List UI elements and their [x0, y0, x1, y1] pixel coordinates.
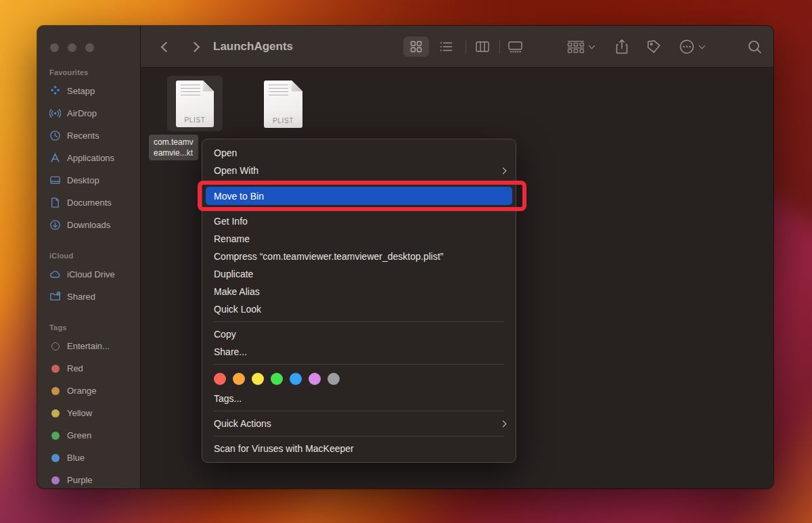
menu-item-scan-for-viruses[interactable]: Scan for Viruses with MacKeeper [202, 440, 516, 457]
sidebar-item-icloud-drive[interactable]: iCloud Drive [43, 263, 135, 286]
sidebar-item-label: Purple [67, 475, 93, 485]
plist-type-badge: PLIST [264, 117, 302, 124]
sidebar-item-recents[interactable]: Recents [43, 124, 135, 147]
sidebar-item-tag-yellow[interactable]: Yellow [43, 402, 135, 424]
toolbar-divider [499, 40, 500, 53]
menu-separator [214, 364, 504, 365]
file-preview-lines [181, 85, 200, 97]
forward-button[interactable] [191, 26, 198, 68]
sidebar-item-label: Shared [67, 292, 95, 302]
sidebar-item-applications[interactable]: Applications [43, 147, 135, 169]
grid-view-button[interactable] [403, 37, 429, 57]
sidebar-item-label: Desktop [67, 175, 99, 185]
file-name-line1: com.teamv [154, 137, 194, 147]
toolbar-divider [466, 40, 466, 53]
sidebar-item-desktop[interactable]: Desktop [43, 169, 135, 191]
sidebar-item-setapp[interactable]: Setapp [43, 80, 135, 102]
airdrop-icon [49, 108, 61, 119]
sidebar-item-label: Applications [67, 153, 114, 163]
tag-circle-icon [49, 452, 61, 463]
clock-icon [49, 130, 61, 141]
sidebar-item-tag-purple[interactable]: Purple [43, 469, 135, 488]
tag-color-row [202, 368, 516, 390]
gallery-view-icon [508, 41, 522, 53]
tag-button[interactable] [646, 26, 662, 68]
file-icon[interactable]: PLIST [264, 81, 302, 128]
sidebar-item-label: Setapp [67, 86, 95, 96]
tag-gray-dot[interactable] [328, 373, 340, 385]
toolbar: LaunchAgents [141, 26, 773, 68]
sidebar-section-favourites: Favourites [43, 65, 135, 80]
tag-circle-icon [49, 474, 61, 486]
sidebar-item-label: AirDrop [67, 108, 97, 118]
sidebar-item-tag-blue[interactable]: Blue [43, 447, 135, 469]
page-fold [292, 81, 302, 91]
menu-separator [214, 183, 504, 183]
gallery-view-button[interactable] [502, 37, 528, 57]
menu-item-quick-actions[interactable]: Quick Actions [202, 415, 516, 432]
tag-blue-dot[interactable] [290, 373, 302, 385]
zoom-window-button[interactable] [85, 43, 94, 52]
submenu-chevron-icon [500, 167, 507, 174]
tag-circle-outline-icon [49, 340, 61, 352]
file-icon-selected[interactable]: PLIST [167, 76, 223, 131]
sidebar-item-label: Documents [67, 198, 112, 208]
sidebar-item-tag-orange[interactable]: Orange [43, 380, 135, 402]
sidebar-item-label: Green [67, 430, 91, 440]
menu-separator [214, 436, 504, 436]
traffic-lights [50, 43, 94, 52]
desktop: Favourites Setapp AirDrop Recents [0, 0, 812, 523]
sidebar-section-tags: Tags [43, 320, 135, 335]
menu-item-compress[interactable]: Compress “com.teamviewer.teamviewer_desk… [202, 248, 516, 265]
tag-purple-dot[interactable] [309, 373, 321, 385]
setapp-icon [49, 85, 61, 97]
tag-yellow-dot[interactable] [252, 373, 264, 385]
tag-circle-icon [49, 385, 61, 396]
menu-item-move-to-bin[interactable]: Move to Bin [206, 187, 512, 205]
menu-item-get-info[interactable]: Get Info [202, 212, 516, 230]
group-by-button[interactable] [567, 26, 594, 68]
sidebar-item-label: Entertain... [67, 341, 110, 351]
tag-circle-icon [49, 430, 61, 441]
sidebar-item-label: iCloud Drive [67, 269, 115, 279]
sidebar-item-downloads[interactable]: Downloads [43, 214, 135, 236]
list-view-button[interactable] [433, 37, 459, 57]
file-name-label[interactable]: com.teamv eamvie...kt [149, 135, 198, 160]
chevron-down-icon [589, 43, 595, 49]
menu-item-open-with[interactable]: Open With [202, 162, 516, 179]
back-button[interactable] [162, 26, 170, 68]
shared-folder-icon [49, 291, 61, 302]
menu-item-tags[interactable]: Tags... [202, 390, 516, 407]
sidebar-section-icloud: iCloud [43, 248, 135, 263]
back-chevron-icon [161, 41, 172, 52]
sidebar-item-label: Recents [67, 131, 99, 141]
menu-item-duplicate[interactable]: Duplicate [202, 265, 516, 283]
submenu-chevron-icon [500, 420, 507, 427]
menu-item-rename[interactable]: Rename [202, 230, 516, 248]
menu-item-open[interactable]: Open [202, 144, 516, 162]
sidebar-item-airdrop[interactable]: AirDrop [43, 102, 135, 124]
tag-circle-icon [49, 407, 61, 419]
menu-item-share[interactable]: Share... [202, 343, 516, 361]
sidebar-item-tag-red[interactable]: Red [43, 357, 135, 380]
document-icon [49, 197, 61, 208]
close-window-button[interactable] [50, 43, 59, 52]
sidebar-item-tag-entertainment[interactable]: Entertain... [43, 335, 135, 357]
sidebar-item-documents[interactable]: Documents [43, 191, 135, 214]
more-actions-button[interactable] [679, 26, 704, 68]
tag-orange-dot[interactable] [233, 373, 245, 385]
menu-item-quick-look[interactable]: Quick Look [202, 300, 516, 318]
menu-item-make-alias[interactable]: Make Alias [202, 283, 516, 300]
sidebar-item-label: Blue [67, 453, 85, 463]
column-view-button[interactable] [470, 37, 495, 57]
sidebar-item-tag-green[interactable]: Green [43, 424, 135, 447]
share-button[interactable] [614, 26, 629, 68]
minimize-window-button[interactable] [68, 43, 76, 52]
menu-item-copy[interactable]: Copy [202, 325, 516, 343]
desktop-icon [49, 175, 61, 186]
group-by-icon [567, 41, 585, 53]
search-button[interactable] [747, 26, 763, 68]
sidebar-item-shared[interactable]: Shared [43, 286, 135, 308]
tag-green-dot[interactable] [271, 373, 283, 385]
tag-red-dot[interactable] [214, 373, 226, 385]
